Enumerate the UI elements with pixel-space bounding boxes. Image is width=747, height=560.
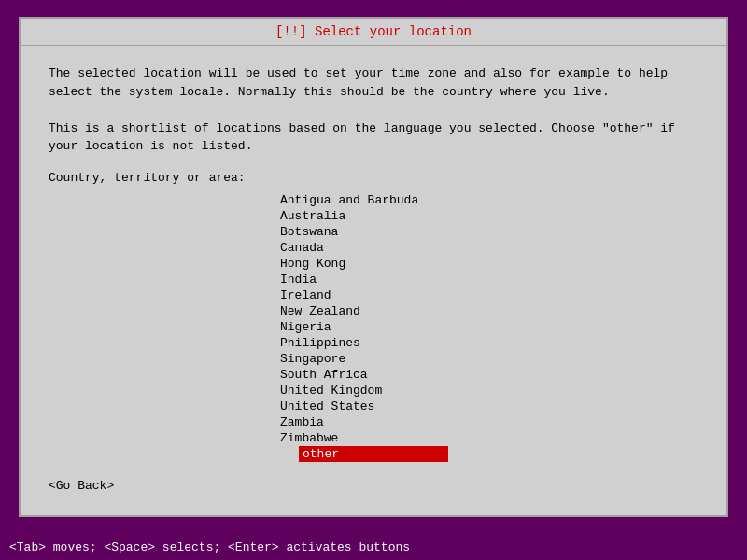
list-item[interactable]: Botswana — [280, 224, 467, 240]
content: The selected location will be used to se… — [21, 46, 726, 515]
list-item[interactable]: Antigua and Barbuda — [280, 192, 467, 208]
dialog-title: [!!] Select your location — [275, 24, 472, 39]
list-item[interactable]: Zimbabwe — [280, 430, 467, 446]
list-item[interactable]: South Africa — [280, 367, 467, 383]
list-item[interactable]: Philippines — [280, 335, 467, 351]
list-item[interactable]: New Zealand — [280, 303, 467, 319]
list-item[interactable]: United States — [280, 399, 467, 414]
list-item[interactable]: India — [280, 272, 467, 287]
go-back-button[interactable]: <Go Back> — [49, 479, 114, 493]
buttons-row: <Go Back> — [49, 471, 698, 497]
list-item[interactable]: Australia — [280, 208, 467, 224]
list-item[interactable]: United Kingdom — [280, 383, 467, 399]
list-item[interactable]: Ireland — [280, 287, 467, 303]
status-bar: <Tab> moves; <Space> selects; <Enter> ac… — [0, 534, 747, 560]
title-bar: [!!] Select your location — [21, 19, 726, 46]
list-item[interactable]: Zambia — [280, 414, 467, 430]
list-item[interactable]: Nigeria — [280, 319, 467, 335]
status-text: <Tab> moves; <Space> selects; <Enter> ac… — [9, 540, 410, 554]
main-area: [!!] Select your location The selected l… — [0, 0, 747, 534]
description: The selected location will be used to se… — [49, 64, 698, 156]
list-item[interactable]: Canada — [280, 240, 467, 256]
dialog: [!!] Select your location The selected l… — [19, 17, 728, 517]
list-item[interactable]: Hong Kong — [280, 256, 467, 272]
country-list[interactable]: Antigua and BarbudaAustraliaBotswanaCana… — [49, 192, 698, 462]
description-line2: This is a shortlist of locations based o… — [49, 121, 675, 154]
country-label: Country, territory or area: — [49, 171, 698, 185]
list-item[interactable]: Singapore — [280, 351, 467, 367]
list-item[interactable]: other — [299, 446, 448, 462]
description-line1: The selected location will be used to se… — [49, 66, 668, 99]
